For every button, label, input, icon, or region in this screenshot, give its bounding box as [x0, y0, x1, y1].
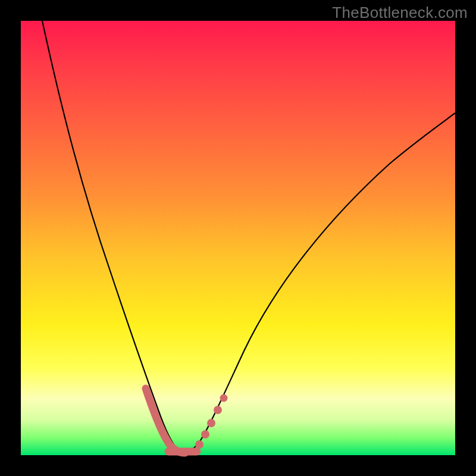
highlight-dot [207, 419, 215, 427]
highlight-left-arm [146, 389, 185, 453]
highlight-dot [220, 394, 228, 402]
highlight-dot [195, 440, 203, 449]
highlight-dot [214, 406, 222, 414]
watermark-text: TheBottleneck.com [332, 4, 468, 22]
chart-frame: TheBottleneck.com [0, 0, 476, 476]
highlight-dot [201, 430, 209, 439]
curve-layer [21, 21, 455, 455]
bottleneck-curve [42, 21, 455, 452]
plot-area [21, 21, 455, 455]
